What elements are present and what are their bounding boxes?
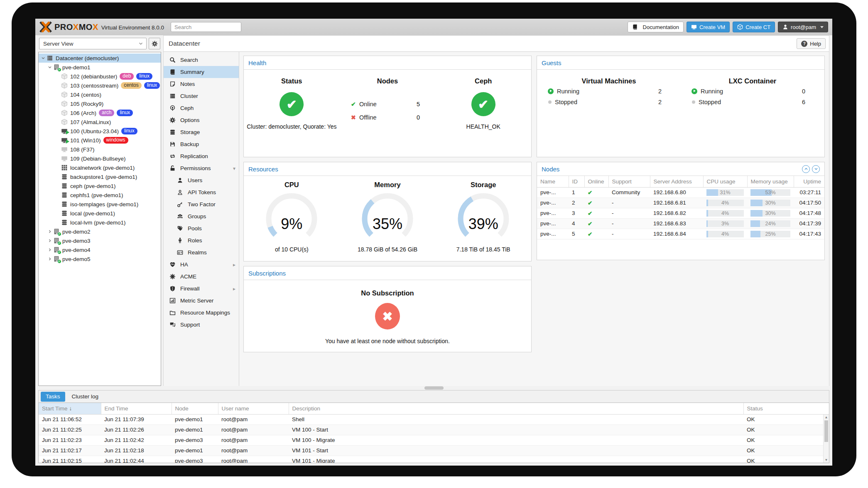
nav-item-search[interactable]: Search: [164, 54, 239, 66]
help-button[interactable]: ?Help: [797, 38, 826, 49]
nav-item-roles[interactable]: Roles: [164, 234, 239, 246]
node-row[interactable]: pve-...1✔Community192.168.6.8031%53%03:2…: [537, 187, 824, 198]
splitter-handle[interactable]: [424, 386, 444, 390]
tree-item-node[interactable]: pve-demo1: [39, 63, 161, 72]
tree-item-ct[interactable]: 106 (Arch)archlinux: [39, 108, 161, 117]
scrollbar-thumb[interactable]: [824, 420, 828, 442]
nav-item-two-factor[interactable]: Two Factor: [164, 198, 239, 210]
col-header[interactable]: Server Address: [650, 176, 703, 187]
nav-item-firewall[interactable]: Firewall▸: [164, 283, 239, 295]
tree-item-datacenter[interactable]: Datacenter (democluster): [39, 54, 161, 63]
node-row[interactable]: pve-...5✔-192.168.6.844%25%04:17:43: [537, 229, 824, 239]
col-header[interactable]: CPU usage: [703, 176, 747, 187]
nav-item-notes[interactable]: Notes: [164, 78, 239, 90]
task-row[interactable]: Jun 21 11:06:52Jun 21 11:07:39pve-demo1r…: [39, 414, 829, 425]
col-header[interactable]: User name: [218, 403, 289, 414]
nav-item-realms[interactable]: Realms: [164, 246, 239, 259]
node-row[interactable]: pve-...2✔-192.168.6.814%30%04:17:50: [537, 198, 824, 208]
tree-item-storage[interactable]: iso-templages (pve-demo1): [39, 200, 161, 209]
collapse-down-button[interactable]: [812, 165, 820, 173]
col-header[interactable]: End Time: [101, 403, 172, 414]
chevron-down-icon[interactable]: [40, 56, 46, 61]
tree-item-network[interactable]: localnetwork (pve-demo1): [39, 163, 161, 172]
top-header-bar: PROXMOX Virtual Environment 8.0.0 Docume…: [35, 19, 832, 35]
col-header[interactable]: Node: [172, 403, 218, 414]
user-menu-button[interactable]: root@pam: [778, 22, 828, 32]
nav-item-ha[interactable]: HA▸: [164, 259, 239, 271]
col-header-start-time[interactable]: Start Time↓: [39, 403, 101, 414]
node-row[interactable]: pve-...3✔-192.168.6.824%30%04:17:48: [537, 208, 824, 218]
tab-tasks[interactable]: Tasks: [41, 392, 65, 402]
chevron-down-icon[interactable]: [47, 65, 53, 70]
tree-item-ct[interactable]: 107 (AlmaLinux): [39, 117, 161, 127]
col-header[interactable]: Description: [289, 403, 743, 414]
proxmox-window: PROXMOX Virtual Environment 8.0.0 Docume…: [35, 19, 832, 466]
task-row[interactable]: Jun 21 11:02:17Jun 21 11:02:18pve-demo1r…: [39, 445, 829, 456]
lxc-stopped-row: Stopped6: [681, 97, 824, 107]
nav-item-acme[interactable]: ACME: [164, 271, 239, 283]
scroll-up-arrow[interactable]: ▲: [824, 415, 829, 419]
nav-item-metric-server[interactable]: Metric Server: [164, 295, 239, 307]
task-row[interactable]: Jun 21 11:02:25Jun 21 11:02:26pve-demo1r…: [39, 425, 829, 435]
nav-item-api-tokens[interactable]: API Tokens: [164, 186, 239, 198]
container-icon: [61, 110, 68, 117]
tree-item-ct[interactable]: 103 (centosstream)centoslinux: [39, 81, 161, 90]
col-header[interactable]: ID: [569, 176, 584, 187]
nav-item-pools[interactable]: Pools: [164, 222, 239, 234]
nav-item-ceph[interactable]: Ceph: [164, 102, 239, 114]
tree-item-storage[interactable]: local-lvm (pve-demo1): [39, 218, 161, 227]
nav-item-replication[interactable]: Replication: [164, 150, 239, 162]
nav-item-permissions[interactable]: Permissions▾: [164, 162, 239, 174]
tree-item-storage[interactable]: local (pve-demo1): [39, 209, 161, 218]
view-mode-select[interactable]: Server View: [39, 38, 147, 49]
create-ct-button[interactable]: Create CT: [733, 22, 775, 32]
nav-item-support[interactable]: Support: [164, 319, 239, 331]
tree-item-ct[interactable]: 104 (centos): [39, 90, 161, 99]
nav-item-groups[interactable]: Groups: [164, 210, 239, 222]
global-search-input[interactable]: [171, 22, 241, 32]
tree-item-ct[interactable]: 105 (Rocky9): [39, 99, 161, 108]
tree-item-storage[interactable]: ceph (pve-demo1): [39, 181, 161, 190]
chevron-right-icon[interactable]: [47, 256, 53, 261]
chevron-right-icon[interactable]: [47, 229, 53, 234]
tree-item-vm[interactable]: 101 (Win10)windows: [39, 136, 161, 145]
tree-item-node[interactable]: pve-demo5: [39, 254, 161, 264]
tree-item-node[interactable]: pve-demo2: [39, 227, 161, 236]
col-header[interactable]: Name: [537, 176, 569, 187]
nav-item-summary[interactable]: Summary: [164, 66, 239, 78]
chevron-right-icon[interactable]: [47, 247, 53, 252]
tree-item-vm[interactable]: 108 (F37): [39, 145, 161, 154]
tree-item-vm[interactable]: 100 (Ubuntu-23.04)linux: [39, 127, 161, 136]
col-header[interactable]: Status: [743, 403, 829, 414]
nav-item-users[interactable]: Users: [164, 174, 239, 186]
vertical-scrollbar[interactable]: ▲ ▼: [823, 415, 829, 463]
create-vm-button[interactable]: Create VM: [687, 22, 730, 32]
horizontal-splitter[interactable]: [35, 386, 832, 390]
memory-usage-bar: 24%: [750, 220, 790, 227]
col-header[interactable]: Support: [608, 176, 650, 187]
tab-cluster-log[interactable]: Cluster log: [67, 392, 104, 402]
col-header[interactable]: Uptime: [794, 176, 824, 187]
tree-item-storage[interactable]: backupstore1 (pve-demo1): [39, 172, 161, 181]
tree-item-vm[interactable]: 109 (Debian-Bullseye): [39, 154, 161, 163]
nav-item-options[interactable]: Options: [164, 114, 239, 126]
tree-item-node[interactable]: pve-demo3: [39, 236, 161, 245]
col-header[interactable]: Online: [584, 176, 608, 187]
nav-item-cluster[interactable]: Cluster: [164, 90, 239, 102]
task-row[interactable]: Jun 21 11:02:15Jun 21 11:02:44pve-demo3r…: [39, 456, 829, 463]
tree-item-node[interactable]: pve-demo4: [39, 245, 161, 254]
collapse-up-button[interactable]: [802, 165, 810, 173]
tree-item-ct[interactable]: 102 (debianbuster)deblinux: [39, 72, 161, 81]
vm-running-icon: [61, 137, 68, 144]
chevron-right-icon[interactable]: [47, 238, 53, 243]
nav-item-backup[interactable]: Backup: [164, 138, 239, 150]
task-row[interactable]: Jun 21 11:02:23Jun 21 11:02:42pve-demo3r…: [39, 435, 829, 445]
col-header[interactable]: Memory usage: [747, 176, 794, 187]
node-row[interactable]: pve-...4✔-192.168.6.833%24%04:17:39: [537, 218, 824, 229]
documentation-button[interactable]: Documentation: [628, 22, 684, 32]
tree-item-storage[interactable]: cephfs1 (pve-demo1): [39, 190, 161, 200]
scroll-down-arrow[interactable]: ▼: [824, 458, 829, 462]
nav-item-storage[interactable]: Storage: [164, 126, 239, 138]
nav-item-resource-mappings[interactable]: Resource Mappings: [164, 307, 239, 319]
tree-settings-button[interactable]: [149, 38, 160, 49]
